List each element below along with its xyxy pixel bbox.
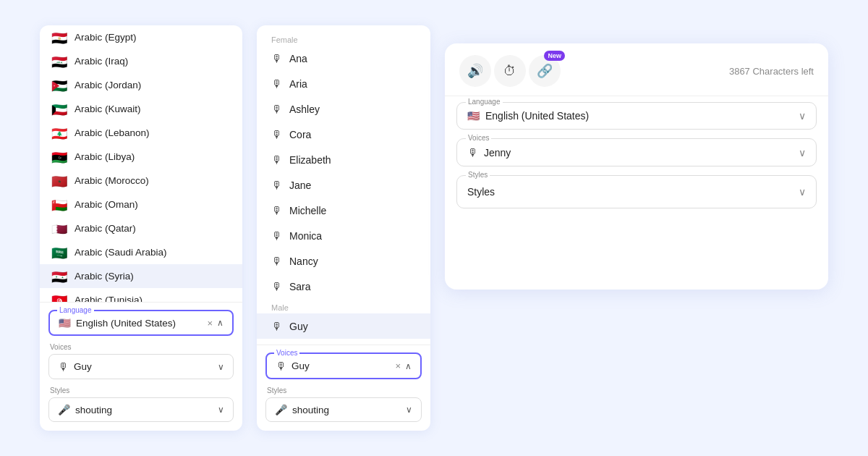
flag-icon: 🇲🇦 <box>51 175 67 186</box>
voice-list-panel: Female🎙Ana🎙Aria🎙Ashley🎙Cora🎙Elizabeth🎙Ja… <box>257 25 430 431</box>
styles2-section: Styles 🎤 shouting ∨ <box>265 387 422 422</box>
flag-icon: 🇪🇬 <box>51 32 67 43</box>
chevron-up-icon: ∧ <box>217 318 224 328</box>
voice-person-icon: 🎙 <box>271 103 282 115</box>
chevron2-up-icon: ∧ <box>405 361 412 371</box>
language-item[interactable]: 🇲🇦Arabic (Morocco) <box>40 169 242 193</box>
tts-body: Language 🇺🇸 English (United States) ∨ Vo… <box>445 102 828 220</box>
person2-icon: 🎙 <box>276 360 286 372</box>
voices-section: Voices 🎙 Guy ∨ <box>48 343 234 379</box>
close2-icon[interactable]: × <box>395 360 401 371</box>
language-item[interactable]: 🇶🇦Arabic (Qatar) <box>40 216 242 240</box>
language-dropdown[interactable]: Language 🇺🇸 English (United States) × ∧ <box>48 310 234 336</box>
female-voice-item[interactable]: 🎙Sara <box>257 274 430 299</box>
tts-styles-value: Styles <box>467 186 495 198</box>
tts-styles-placeholder: Styles <box>467 186 495 198</box>
tts-icon-group: 🔊 ⏱ 🔗 New <box>459 55 561 87</box>
chevron-down-icon2: ∨ <box>218 405 224 415</box>
chars-left: 3867 Characters left <box>729 66 814 77</box>
language-item[interactable]: 🇸🇾Arabic (Syria) <box>40 264 242 288</box>
voice-item-name: Nancy <box>289 256 318 267</box>
tts-toolbar: 🔊 ⏱ 🔗 New 3867 Characters left <box>445 43 828 96</box>
timer-icon: ⏱ <box>503 64 516 79</box>
language-item[interactable]: 🇱🇾Arabic (Libya) <box>40 145 242 169</box>
timer-button[interactable]: ⏱ <box>494 55 526 87</box>
tts-flag: 🇺🇸 <box>467 110 480 122</box>
person-icon: 🎙 <box>58 360 69 373</box>
flag-icon: 🇱🇾 <box>51 151 67 162</box>
voice-name: Guy <box>74 361 92 372</box>
tts-panel: 🔊 ⏱ 🔗 New 3867 Characters left Language … <box>445 43 828 290</box>
voice-person-icon: 🎙 <box>271 229 282 242</box>
female-voice-item[interactable]: 🎙Michelle <box>257 198 430 223</box>
voice2-selected: 🎙 Guy <box>276 360 310 372</box>
new-badge: New <box>544 51 565 61</box>
language-item[interactable]: 🇪🇬Arabic (Egypt) <box>40 25 242 49</box>
voice-person-icon: 🎙 <box>271 153 282 166</box>
language-item[interactable]: 🇱🇧Arabic (Lebanon) <box>40 121 242 145</box>
voice-item-name: Michelle <box>289 205 326 216</box>
female-voice-item[interactable]: 🎙Ashley <box>257 96 430 122</box>
flag-icon: 🇸🇦 <box>51 247 67 258</box>
speaker-icon: 🔊 <box>467 63 483 79</box>
language-name: English (United States) <box>76 318 176 329</box>
lang-name: Arabic (Saudi Arabia) <box>75 247 167 258</box>
lang-name: Arabic (Jordan) <box>75 80 141 90</box>
female-voice-item[interactable]: 🎙Jane <box>257 172 430 198</box>
lang-name: Arabic (Egypt) <box>75 32 137 43</box>
language-item[interactable]: 🇹🇳Arabic (Tunisia) <box>40 288 242 302</box>
style-dropdown[interactable]: 🎤 shouting ∨ <box>48 397 234 422</box>
tts-language-dropdown[interactable]: Language 🇺🇸 English (United States) ∨ <box>456 102 817 130</box>
style2-dropdown[interactable]: 🎤 shouting ∨ <box>265 397 422 422</box>
lang-name: Arabic (Qatar) <box>75 223 136 234</box>
language-item[interactable]: 🇯🇴Arabic (Jordan) <box>40 73 242 97</box>
tts-styles-chevron: ∨ <box>799 186 806 198</box>
female-voice-item[interactable]: 🎙Elizabeth <box>257 147 430 172</box>
dropdown-chevrons2[interactable]: × ∧ <box>395 360 412 371</box>
close-icon[interactable]: × <box>207 318 213 329</box>
tts-voice-name: Jenny <box>484 147 511 159</box>
api-button[interactable]: 🔗 New <box>529 55 561 87</box>
voice-item-name: Ashley <box>289 104 320 115</box>
female-voice-item[interactable]: 🎙Aria <box>257 71 430 96</box>
lang-name: Arabic (Oman) <box>75 199 138 210</box>
voice-person-icon: 🎙 <box>271 280 282 292</box>
speaker-button[interactable]: 🔊 <box>459 55 491 87</box>
flag-icon: 🇹🇳 <box>51 295 67 302</box>
chevron-down-icon: ∨ <box>218 362 224 372</box>
voice-person-icon: 🎙 <box>271 179 282 191</box>
female-voice-item[interactable]: 🎙Monica <box>257 223 430 248</box>
voice-dropdown[interactable]: 🎙 Guy ∨ <box>48 354 234 379</box>
lang-name: Arabic (Syria) <box>75 271 134 282</box>
female-voice-item[interactable]: 🎙Cora <box>257 122 430 147</box>
voices-active-dropdown[interactable]: Voices 🎙 Guy × ∧ <box>265 352 422 379</box>
panel1-bottom: Language 🇺🇸 English (United States) × ∧ … <box>40 302 242 431</box>
panel2-bottom: Voices 🎙 Guy × ∧ Styles 🎤 shouting ∨ <box>257 345 430 431</box>
flag-icon: 🇰🇼 <box>51 104 67 114</box>
lang-name: Arabic (Iraq) <box>75 56 128 67</box>
voice-item-name: Sara <box>289 281 311 292</box>
female-voice-item[interactable]: 🎙Ana <box>257 46 430 71</box>
language-item[interactable]: 🇰🇼Arabic (Kuwait) <box>40 97 242 121</box>
voice-scroll-list[interactable]: Female🎙Ana🎙Aria🎙Ashley🎙Cora🎙Elizabeth🎙Ja… <box>257 25 430 345</box>
language-item[interactable]: 🇸🇦Arabic (Saudi Arabia) <box>40 240 242 264</box>
lang-name: Arabic (Morocco) <box>75 175 149 186</box>
language-item[interactable]: 🇴🇲Arabic (Oman) <box>40 193 242 216</box>
tts-styles-dropdown[interactable]: Styles Styles ∨ <box>456 175 817 208</box>
male-voice-item[interactable]: 🎙Guy <box>257 313 430 339</box>
language-item[interactable]: 🇮🇶Arabic (Iraq) <box>40 49 242 73</box>
style-selected: 🎤 shouting <box>58 404 112 415</box>
language-scroll-list[interactable]: 🇪🇬Arabic (Egypt)🇮🇶Arabic (Iraq)🇯🇴Arabic … <box>40 25 242 302</box>
tts-styles-label: Styles <box>466 171 490 179</box>
dropdown-chevrons[interactable]: × ∧ <box>207 318 224 329</box>
female-voice-item[interactable]: 🎙Nancy <box>257 248 430 274</box>
style2-selected: 🎤 shouting <box>275 404 329 415</box>
male-group-label: Male <box>257 299 430 313</box>
tts-voices-dropdown[interactable]: Voices 🎙 Jenny ∨ <box>456 138 817 166</box>
flag-icon: 🇶🇦 <box>51 223 67 234</box>
voice-item-name: Elizabeth <box>289 154 331 166</box>
tts-language-label: Language <box>466 98 503 106</box>
voice-person-icon: 🎙 <box>271 52 282 64</box>
female-group-label: Female <box>257 31 430 46</box>
chevron-down2-icon: ∨ <box>406 405 412 415</box>
